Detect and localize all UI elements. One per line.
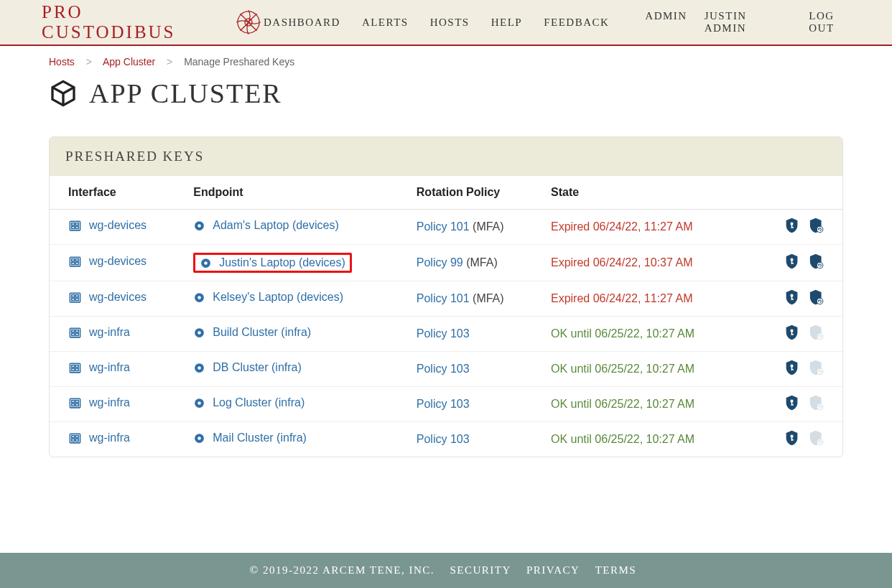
crumb-cluster[interactable]: App Cluster (103, 56, 155, 67)
svg-rect-66 (791, 404, 794, 406)
interface-icon (68, 431, 82, 445)
endpoint-icon (193, 327, 205, 339)
rotate-key-button (809, 395, 824, 414)
interface-link[interactable]: wg-devices (68, 255, 147, 269)
view-key-button[interactable] (785, 218, 799, 236)
policy-link[interactable]: Policy 103 (417, 327, 470, 340)
endpoint-icon (193, 220, 205, 232)
table-row: wg-infraLog Cluster (infra)Policy 103OK … (50, 387, 842, 422)
state-text: Expired 06/24/22, 11:27 AM (551, 220, 692, 233)
view-key-button[interactable] (785, 360, 799, 378)
brand[interactable]: PRO CUSTODIBUS (42, 2, 264, 42)
table-row: wg-devicesKelsey's Laptop (devices)Polic… (50, 281, 842, 317)
table-row: wg-devicesAdam's Laptop (devices)Policy … (50, 210, 842, 245)
svg-point-30 (198, 296, 201, 299)
key-shield-icon (785, 325, 799, 340)
policy-link[interactable]: Policy 103 (417, 398, 470, 410)
endpoint-link[interactable]: Kelsey's Laptop (devices) (193, 291, 343, 304)
nav-help[interactable]: HELP (491, 17, 523, 29)
endpoint-link[interactable]: Justin's Laptop (devices) (200, 256, 345, 269)
svg-rect-36 (72, 330, 75, 332)
endpoint-link[interactable]: Adam's Laptop (devices) (193, 219, 339, 232)
interface-link[interactable]: wg-devices (68, 291, 147, 304)
interface-icon (68, 326, 82, 340)
nav-admin[interactable]: ADMIN (645, 10, 687, 34)
interface-link[interactable]: wg-devices (68, 219, 147, 233)
user-nav: ADMIN JUSTIN ADMIN LOG OUT (645, 10, 863, 34)
svg-rect-77 (791, 439, 794, 441)
nav-alerts[interactable]: ALERTS (362, 17, 409, 29)
endpoint-link[interactable]: Mail Cluster (infra) (193, 431, 307, 444)
svg-point-34 (817, 298, 822, 304)
svg-rect-11 (791, 227, 794, 228)
svg-point-56 (817, 368, 822, 374)
interface-link[interactable]: wg-infra (68, 361, 130, 375)
svg-rect-72 (75, 439, 78, 441)
policy-link[interactable]: Policy 99 (417, 256, 463, 269)
page-title: APP CLUSTER (89, 78, 282, 109)
table-row: wg-infraDB Cluster (infra)Policy 103OK u… (50, 352, 842, 387)
endpoint-icon (200, 257, 212, 269)
svg-rect-3 (72, 223, 75, 225)
footer-terms[interactable]: TERMS (595, 564, 637, 576)
rotate-key-button (809, 430, 824, 449)
nav-feedback[interactable]: FEEDBACK (544, 17, 609, 29)
svg-rect-58 (72, 400, 75, 402)
endpoint-icon (193, 362, 205, 374)
state-text: OK until 06/25/22, 10:27 AM (551, 433, 694, 445)
copyright: © 2019-2022 ARCEM TENE, INC. (250, 564, 435, 576)
footer-security[interactable]: SECURITY (450, 564, 511, 576)
svg-rect-27 (72, 298, 75, 300)
nav-logout[interactable]: LOG OUT (809, 10, 863, 34)
endpoint-link[interactable]: Log Cluster (infra) (193, 396, 305, 409)
endpoint-link[interactable]: Build Cluster (infra) (193, 326, 311, 339)
interface-icon (68, 219, 82, 233)
nav-user[interactable]: JUSTIN ADMIN (705, 10, 792, 34)
svg-point-8 (198, 224, 201, 228)
policy-link[interactable]: Policy 103 (417, 433, 470, 445)
crumb-hosts[interactable]: Hosts (49, 56, 75, 67)
interface-icon (68, 396, 82, 410)
endpoint-name: Log Cluster (infra) (213, 396, 305, 409)
rotate-key-button (809, 360, 824, 378)
rotate-key-button[interactable] (809, 289, 824, 308)
svg-rect-14 (72, 258, 75, 261)
svg-rect-61 (75, 403, 78, 406)
interface-link[interactable]: wg-infra (68, 431, 130, 445)
svg-point-23 (817, 262, 822, 268)
svg-rect-71 (72, 439, 75, 441)
brand-logo-icon (233, 7, 264, 37)
view-key-button[interactable] (785, 289, 799, 308)
svg-rect-49 (72, 368, 75, 370)
svg-rect-26 (75, 294, 78, 297)
policy-link[interactable]: Policy 101 (417, 292, 470, 304)
page: APP CLUSTER PRESHARED KEYS Interface End… (0, 73, 892, 553)
rotate-shield-icon (809, 430, 824, 446)
nav-hosts[interactable]: HOSTS (430, 17, 470, 29)
rotate-key-button[interactable] (809, 218, 824, 236)
rotate-shield-icon (809, 360, 824, 375)
table-row: wg-devicesJustin's Laptop (devices)Polic… (50, 245, 842, 281)
interface-link[interactable]: wg-infra (68, 396, 130, 410)
svg-point-63 (198, 401, 201, 405)
endpoint-link[interactable]: DB Cluster (infra) (193, 361, 302, 374)
policy-link[interactable]: Policy 103 (417, 363, 470, 375)
nav-dashboard[interactable]: DASHBOARD (264, 17, 340, 29)
interface-link[interactable]: wg-infra (68, 326, 130, 340)
policy-link[interactable]: Policy 101 (417, 220, 470, 233)
view-key-button[interactable] (785, 395, 799, 414)
footer-privacy[interactable]: PRIVACY (526, 564, 580, 576)
svg-point-45 (817, 333, 822, 339)
svg-rect-15 (75, 258, 78, 261)
interface-name: wg-infra (89, 396, 130, 409)
svg-rect-70 (75, 435, 78, 437)
chevron-right-icon: > (86, 56, 92, 67)
endpoint-name: Kelsey's Laptop (devices) (213, 291, 343, 304)
view-key-button[interactable] (785, 325, 799, 343)
view-key-button[interactable] (785, 430, 799, 449)
svg-rect-55 (791, 369, 794, 370)
rotate-key-button[interactable] (809, 253, 824, 272)
view-key-button[interactable] (785, 253, 799, 272)
main-nav: DASHBOARD ALERTS HOSTS HELP FEEDBACK (264, 17, 609, 29)
svg-rect-60 (72, 403, 75, 406)
